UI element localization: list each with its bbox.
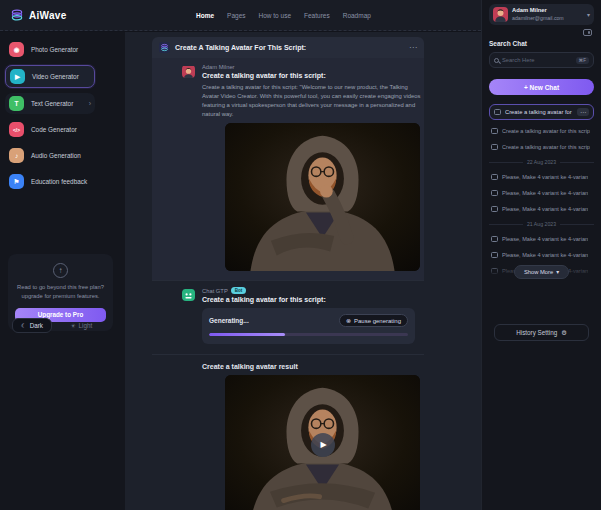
user-message-body: Create a talking avatar for this script:… [202, 83, 426, 118]
generating-card: Generating... ⊗ Pause generating [202, 308, 415, 344]
audio-generation-icon: ♪ [9, 148, 24, 163]
user-message-block: Adam Milner Create a talking avatar for … [152, 58, 424, 280]
chat-header: Create A Talking Avatar For This Script:… [152, 37, 424, 58]
chat-bubble-icon [491, 190, 498, 196]
education-feedback-icon: ⚑ [9, 174, 24, 189]
chat-title: Create A Talking Avatar For This Script: [175, 44, 306, 51]
search-icon [494, 58, 499, 63]
sidebar-item-label: Audio Generation [31, 152, 81, 159]
nav-link-home[interactable]: Home [196, 12, 214, 19]
chat-history-list: Create a talking avatar for this scrip C… [489, 123, 594, 279]
chat-menu-dots-icon[interactable]: ⋯ [409, 45, 417, 51]
section-divider [152, 354, 424, 355]
moon-icon: ☾ [21, 322, 27, 329]
chat-bubble-icon [491, 128, 498, 134]
history-setting-label: History Setting [516, 329, 557, 336]
brand-logo[interactable]: AiWave [0, 8, 67, 22]
photo-generator-icon: ◉ [9, 42, 24, 57]
chat-bubble-icon [491, 174, 498, 180]
chat-history-item[interactable]: Please, Make 4 variant ke 4-varian [489, 201, 594, 217]
chevron-right-icon: › [89, 100, 91, 107]
light-label: Light [79, 322, 93, 329]
selected-chat-label: Create a talking avatar for this [505, 109, 573, 115]
dark-label: Dark [30, 322, 43, 329]
collapse-panel-icon[interactable] [583, 29, 592, 36]
chat-bubble-icon [494, 109, 501, 115]
sidebar-item-video-generator[interactable]: ▶ Video Generator [5, 65, 95, 88]
show-more-button[interactable]: Show More ▾ [514, 265, 569, 279]
play-button[interactable]: ▶ [311, 433, 335, 457]
user-avatar [493, 7, 508, 22]
result-video-thumbnail: ▶ [225, 375, 420, 510]
sidebar-item-code-generator[interactable]: </> Code Generator [5, 119, 95, 140]
arrow-up-icon: ↑ [53, 263, 68, 278]
chat-history-item[interactable]: Please, Make 4 variant ke 4-varian [489, 231, 594, 247]
new-chat-label: New Chat [529, 84, 559, 91]
chat-history-item[interactable]: Create a talking avatar for this scrip [489, 139, 594, 155]
bot-badge: Bot [231, 287, 247, 294]
right-sidebar: Adam Milner adamilner@gmail.com ▾ Search… [481, 0, 601, 510]
chat-history-label: Create a talking avatar for this scrip [502, 144, 590, 150]
chat-item-menu-icon[interactable]: ⋯ [577, 108, 589, 116]
sidebar-item-label: Text Generator [31, 100, 73, 107]
left-sidebar: ◉ Photo Generator ▶ Video Generator T Te… [0, 32, 125, 510]
new-chat-button[interactable]: + New Chat [489, 79, 594, 95]
selected-chat-item[interactable]: Create a talking avatar for this ⋯ [489, 104, 594, 120]
generator-menu: ◉ Photo Generator ▶ Video Generator T Te… [0, 32, 125, 192]
chat-history-item[interactable]: Create a talking avatar for this scrip [489, 123, 594, 139]
progress-fill [209, 333, 285, 336]
nav-link-roadmap[interactable]: Roadmap [343, 12, 371, 19]
play-icon: ▶ [320, 440, 326, 449]
search-chat-title: Search Chat [489, 40, 594, 47]
user-name: Adam Milner [512, 7, 564, 15]
search-input[interactable] [502, 57, 573, 63]
panel-toggle-wrap [491, 29, 592, 36]
date-divider: 22 Aug 2023 [489, 159, 594, 165]
search-box: ⌘F [489, 52, 594, 68]
bot-author: Chat GTP [202, 288, 228, 294]
nav-link-pages[interactable]: Pages [227, 12, 245, 19]
chat-history-label: Please, Make 4 variant ke 4-varian [502, 206, 588, 212]
chat-column: Create A Talking Avatar For This Script:… [152, 37, 424, 510]
progress-track [209, 333, 408, 336]
gear-icon: ⚙ [561, 329, 567, 336]
show-more-wrap: Show More ▾ [489, 262, 594, 282]
chat-bubble-icon [491, 144, 498, 150]
user-message-author: Adam Milner [202, 64, 418, 70]
nav-link-features[interactable]: Features [304, 12, 330, 19]
chat-history-item[interactable]: Please, Make 4 variant ke 4-varian [489, 247, 594, 263]
show-more-label: Show More [524, 269, 553, 275]
video-generator-icon: ▶ [10, 69, 25, 84]
pause-label: Pause generating [354, 318, 401, 324]
user-account-card[interactable]: Adam Milner adamilner@gmail.com ▾ [489, 4, 594, 25]
sidebar-item-label: Video Generator [32, 73, 79, 80]
sidebar-item-education-feedback[interactable]: ⚑ Education feedback [5, 171, 95, 192]
nav-link-how-to-use[interactable]: How to use [259, 12, 292, 19]
sidebar-item-label: Code Generator [31, 126, 77, 133]
top-navbar: AiWave Home Pages How to use Features Ro… [0, 0, 481, 31]
bot-message-title: Create a talking avatar for this script: [202, 296, 418, 303]
chat-history-label: Please, Make 4 variant ke 4-varian [502, 252, 588, 258]
chat-main: Create A Talking Avatar For This Script:… [125, 32, 481, 510]
sidebar-item-audio-generation[interactable]: ♪ Audio Generation [5, 145, 95, 166]
user-message-title: Create a talking avatar for this script: [202, 72, 418, 79]
aiwave-app: AiWave Home Pages How to use Features Ro… [0, 0, 601, 510]
dark-mode-button[interactable]: ☾ Dark [12, 318, 52, 333]
pause-generating-button[interactable]: ⊗ Pause generating [339, 314, 408, 327]
sidebar-item-photo-generator[interactable]: ◉ Photo Generator [5, 39, 95, 60]
main-nav: Home Pages How to use Features Roadmap [196, 12, 371, 19]
chat-topic-icon [159, 42, 170, 53]
chatbot-avatar-icon [182, 288, 195, 301]
prompt-avatar-image [225, 123, 420, 271]
chat-history-label: Please, Make 4 variant ke 4-varian [502, 190, 588, 196]
brand-name: AiWave [29, 10, 67, 21]
history-setting-button[interactable]: History Setting ⚙ [494, 324, 589, 341]
light-mode-button[interactable]: ☀ Light [62, 319, 100, 332]
sidebar-item-text-generator[interactable]: T Text Generator › [5, 93, 95, 114]
chat-history-label: Create a talking avatar for this scrip [502, 128, 590, 134]
chat-history-label: Please, Make 4 variant ke 4-varian [502, 236, 588, 242]
theme-toggle: ☾ Dark ☀ Light [12, 318, 100, 333]
bot-message-block: Chat GTP Bot Create a talking avatar for… [152, 280, 424, 510]
chat-history-item[interactable]: Please, Make 4 variant ke 4-varian [489, 185, 594, 201]
chat-history-item[interactable]: Please, Make 4 variant ke 4-varian [489, 169, 594, 185]
